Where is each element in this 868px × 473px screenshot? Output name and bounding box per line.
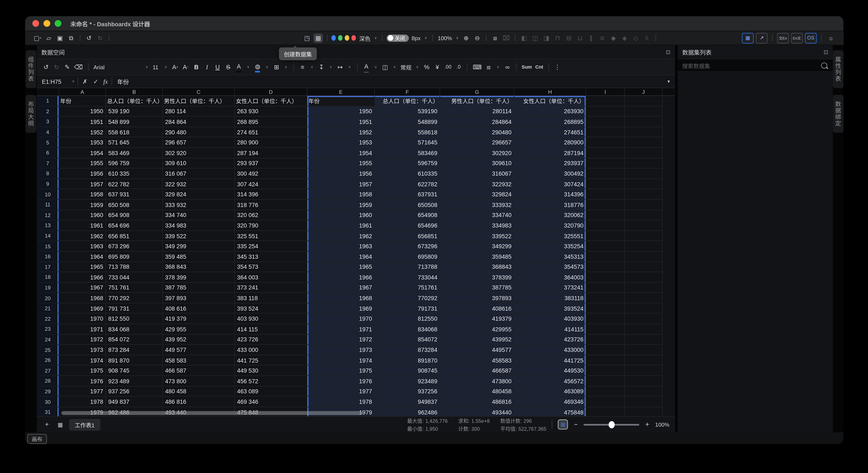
cell-G13[interactable]: 334983	[440, 220, 514, 231]
cell-B14[interactable]: 656 851	[106, 231, 163, 241]
currency-format-button[interactable]: ¥	[434, 62, 441, 72]
cell-F16[interactable]: 695809	[375, 252, 440, 262]
cell-J28[interactable]	[625, 376, 663, 386]
cell-C23[interactable]: 429 955	[163, 324, 235, 334]
row-header-18[interactable]: 18	[37, 272, 59, 283]
cell-E23[interactable]: 1971	[307, 324, 375, 334]
cell-G25[interactable]: 449577	[440, 345, 514, 355]
cell-J27[interactable]	[625, 365, 663, 376]
cell-B18[interactable]: 733 044	[106, 272, 163, 283]
cell-J16[interactable]	[625, 252, 663, 262]
cell-A30[interactable]: 1978	[59, 397, 106, 407]
increase-decimal-button[interactable]: .00	[444, 62, 452, 72]
merge-cells-button[interactable]: ◫	[381, 62, 389, 72]
cell-B1[interactable]: 总人口（单位：千人）	[106, 96, 163, 107]
zoom-in-icon[interactable]: +	[644, 421, 651, 428]
grid-view-toggle[interactable]: ⊞	[558, 419, 568, 430]
zoom-slider[interactable]	[584, 424, 640, 425]
cell-A22[interactable]: 1970	[59, 314, 106, 324]
cell-E16[interactable]: 1964	[307, 252, 375, 262]
cell-H1[interactable]: 女性人口（单位：千人）	[514, 96, 586, 107]
cell-B26[interactable]: 891 870	[106, 355, 163, 366]
cell-G9[interactable]: 322932	[440, 179, 514, 189]
cell-H15[interactable]: 335254	[514, 241, 586, 252]
cell-H22[interactable]: 403930	[514, 314, 586, 324]
chevron-down-icon[interactable]: ∨	[266, 65, 268, 69]
borders-button[interactable]: ⊞	[273, 62, 280, 72]
number-format-select[interactable]: 常规	[400, 63, 411, 71]
cell-C17[interactable]: 368 843	[163, 262, 235, 272]
cell-F3[interactable]: 548899	[375, 117, 440, 127]
presentation-icon[interactable]: ◳	[303, 33, 312, 42]
fill-color-button[interactable]: ◍	[254, 61, 261, 72]
cell-J11[interactable]	[625, 200, 663, 210]
cell-D22[interactable]: 403 930	[235, 314, 308, 324]
cell-H16[interactable]: 345313	[514, 252, 586, 262]
row-header-13[interactable]: 13	[37, 220, 59, 231]
cell-F13[interactable]: 654696	[375, 220, 440, 231]
sheet-tab[interactable]: 工作表1	[69, 418, 100, 430]
align-center-icon[interactable]: ◫	[531, 33, 540, 42]
row-header-10[interactable]: 10	[37, 189, 59, 200]
cancel-entry-icon[interactable]: ✗	[83, 78, 88, 85]
cell-I11[interactable]	[586, 200, 625, 210]
cell-H3[interactable]: 268895	[514, 117, 586, 127]
cell-D30[interactable]: 469 346	[235, 397, 308, 407]
cell-I16[interactable]	[586, 252, 625, 262]
cell-C13[interactable]: 334 983	[163, 220, 235, 231]
cell-E3[interactable]: 1951	[307, 117, 375, 127]
cell-A23[interactable]: 1971	[59, 324, 106, 334]
cell-E6[interactable]: 1954	[307, 148, 375, 158]
cell-E9[interactable]: 1957	[307, 179, 375, 189]
format-painter-icon[interactable]: ✎	[64, 62, 71, 72]
expand-panel-icon[interactable]: ⊡	[824, 49, 829, 55]
dataset-search[interactable]: 搜索数据集	[678, 59, 833, 72]
cell-C7[interactable]: 309 610	[163, 158, 235, 169]
send-backward-icon[interactable]: ◊	[642, 33, 651, 42]
cell-F10[interactable]: 637931	[375, 189, 440, 200]
increase-font-icon[interactable]: A+	[172, 62, 179, 72]
cell-I3[interactable]	[586, 117, 625, 127]
zoom-out-icon[interactable]: ⊖	[472, 33, 482, 42]
cell-H9[interactable]: 307424	[514, 179, 586, 189]
cell-C26[interactable]: 458 583	[163, 355, 235, 366]
cell-E4[interactable]: 1952	[307, 127, 375, 138]
cell-B8[interactable]: 610 335	[106, 169, 163, 179]
cell-F19[interactable]: 751761	[375, 283, 440, 293]
cell-I7[interactable]	[586, 158, 625, 169]
cell-B2[interactable]: 539 190	[106, 107, 163, 117]
cell-G22[interactable]: 419379	[440, 314, 514, 324]
cell-H25[interactable]: 433000	[514, 345, 586, 355]
chevron-down-icon[interactable]: ∨	[456, 36, 458, 40]
cell-G27[interactable]: 466587	[440, 365, 514, 376]
cell-B21[interactable]: 791 731	[106, 303, 163, 314]
row-header-9[interactable]: 9	[37, 179, 59, 189]
cell-D6[interactable]: 287 194	[235, 148, 308, 158]
distribute-vertical-icon[interactable]: ≎	[597, 33, 607, 42]
column-header-B[interactable]: B	[106, 88, 163, 96]
cell-A25[interactable]: 1973	[59, 345, 106, 355]
cell-B28[interactable]: 923 489	[106, 376, 163, 386]
cell-E2[interactable]: 1950	[307, 107, 375, 117]
cell-J20[interactable]	[625, 293, 663, 303]
cell-D29[interactable]: 463 089	[235, 386, 308, 397]
more-options-button[interactable]: ⋮	[554, 62, 561, 72]
cell-J2[interactable]	[625, 107, 663, 117]
decrease-decimal-button[interactable]: .0	[455, 62, 462, 72]
cell-A20[interactable]: 1968	[59, 293, 106, 303]
cell-J6[interactable]	[625, 148, 663, 158]
cell-A17[interactable]: 1965	[59, 262, 106, 272]
text-wrap-button[interactable]: ↦	[337, 62, 344, 72]
canvas-zoom-select[interactable]: 100%	[438, 35, 452, 41]
cell-H23[interactable]: 414115	[514, 324, 586, 334]
cell-A26[interactable]: 1974	[59, 355, 106, 366]
cell-J22[interactable]	[625, 314, 663, 324]
cell-B13[interactable]: 654 696	[106, 220, 163, 231]
font-size-select[interactable]: 11 ∨	[153, 64, 168, 70]
cell-I25[interactable]	[586, 345, 625, 355]
cell-G2[interactable]: 280114	[440, 107, 514, 117]
cell-H31[interactable]: 475848	[514, 407, 586, 416]
cell-I30[interactable]	[586, 397, 625, 407]
cell-E28[interactable]: 1976	[307, 376, 375, 386]
cell-F6[interactable]: 583469	[375, 148, 440, 158]
